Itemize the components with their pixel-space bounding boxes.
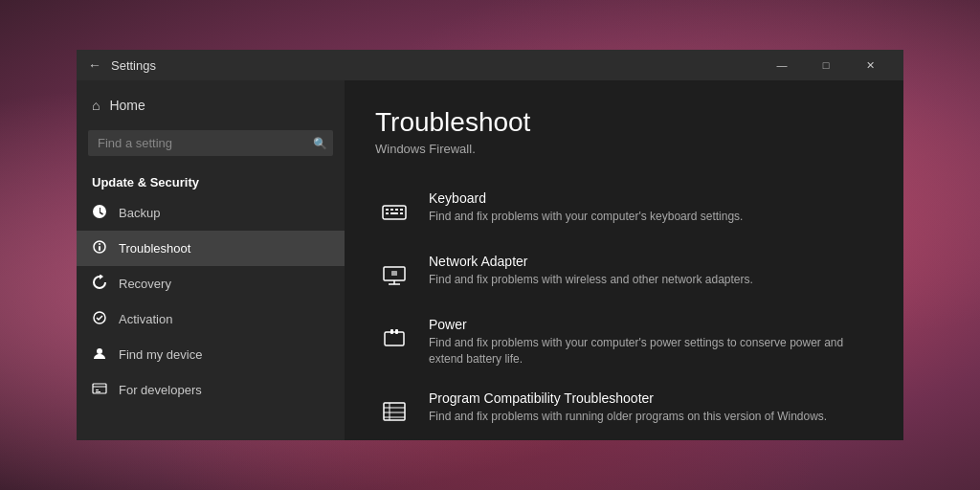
sidebar-item-find-device[interactable]: Find my device: [77, 337, 345, 372]
compatibility-content: Program Compatibility Troubleshooter Fin…: [429, 390, 827, 425]
sidebar-item-for-developers-label: For developers: [119, 383, 202, 397]
sidebar-item-backup[interactable]: Backup: [77, 195, 345, 231]
back-button[interactable]: ←: [88, 57, 101, 73]
troubleshoot-item-power[interactable]: Power Find and fix problems with your co…: [375, 305, 873, 379]
sidebar-home-label: Home: [109, 98, 145, 113]
power-content: Power Find and fix problems with your co…: [429, 317, 873, 368]
search-input[interactable]: [88, 130, 333, 156]
sidebar-item-recovery[interactable]: Recovery: [77, 266, 345, 301]
find-device-icon: [92, 345, 107, 364]
troubleshoot-item-compatibility[interactable]: Program Compatibility Troubleshooter Fin…: [375, 379, 873, 440]
network-icon: [375, 256, 413, 294]
page-title: Troubleshoot: [375, 107, 873, 138]
sidebar-item-find-device-label: Find my device: [119, 347, 202, 362]
sidebar-item-troubleshoot[interactable]: Troubleshoot: [77, 231, 345, 266]
svg-rect-7: [96, 390, 99, 390]
network-desc: Find and fix problems with wireless and …: [429, 272, 753, 288]
svg-rect-16: [400, 212, 403, 214]
svg-rect-11: [390, 209, 393, 211]
sidebar-item-recovery-label: Recovery: [119, 277, 171, 291]
activation-icon: [92, 310, 107, 328]
sidebar-item-for-developers[interactable]: For developers: [77, 372, 345, 408]
sidebar-item-home[interactable]: ⌂ Home: [77, 88, 345, 122]
network-title: Network Adapter: [429, 254, 753, 269]
home-icon: ⌂: [92, 98, 100, 113]
settings-window: ← Settings — □ ✕ ⌂ Home 🔍 Update & Secur…: [77, 50, 903, 440]
svg-rect-15: [390, 212, 398, 214]
svg-rect-22: [390, 329, 393, 334]
titlebar: ← Settings — □ ✕: [77, 50, 903, 80]
svg-rect-10: [386, 209, 389, 211]
svg-rect-8: [96, 391, 100, 392]
troubleshoot-item-network[interactable]: Network Adapter Find and fix problems wi…: [375, 242, 873, 305]
svg-point-4: [97, 348, 102, 354]
keyboard-content: Keyboard Find and fix problems with your…: [429, 190, 743, 225]
close-button[interactable]: ✕: [848, 50, 892, 80]
search-container: 🔍: [88, 130, 333, 156]
sidebar-section-title: Update & Security: [77, 164, 345, 195]
window-content: ⌂ Home 🔍 Update & Security Backup: [77, 80, 903, 440]
sidebar-item-backup-label: Backup: [119, 206, 160, 220]
compatibility-desc: Find and fix problems with running older…: [429, 409, 827, 425]
power-icon: [375, 319, 413, 357]
power-title: Power: [429, 317, 873, 332]
compatibility-title: Program Compatibility Troubleshooter: [429, 390, 827, 406]
power-desc: Find and fix problems with your computer…: [429, 335, 873, 368]
maximize-button[interactable]: □: [804, 50, 848, 80]
keyboard-icon: [375, 192, 413, 231]
compatibility-icon: [375, 392, 413, 431]
search-icon: 🔍: [313, 137, 327, 150]
troubleshoot-icon: [92, 239, 107, 257]
recovery-icon: [92, 275, 107, 293]
sidebar-item-activation[interactable]: Activation: [77, 301, 345, 337]
keyboard-title: Keyboard: [429, 190, 743, 206]
svg-rect-21: [385, 332, 404, 345]
svg-rect-20: [391, 271, 397, 276]
sidebar-item-troubleshoot-label: Troubleshoot: [119, 241, 190, 256]
troubleshoot-item-keyboard[interactable]: Keyboard Find and fix problems with your…: [375, 179, 873, 242]
window-title: Settings: [111, 58, 760, 73]
main-panel: Troubleshoot Windows Firewall.: [345, 80, 903, 440]
svg-rect-12: [395, 209, 398, 211]
svg-rect-13: [400, 209, 403, 211]
keyboard-desc: Find and fix problems with your computer…: [429, 209, 743, 225]
sidebar-item-activation-label: Activation: [119, 312, 172, 326]
minimize-button[interactable]: —: [760, 50, 804, 80]
sidebar: ⌂ Home 🔍 Update & Security Backup: [77, 80, 345, 440]
svg-rect-23: [395, 329, 398, 334]
window-controls: — □ ✕: [760, 50, 892, 80]
svg-rect-14: [386, 212, 389, 214]
svg-rect-1: [99, 246, 100, 251]
developers-icon: [92, 381, 107, 399]
page-subtitle: Windows Firewall.: [375, 142, 873, 156]
backup-icon: [92, 204, 107, 222]
network-content: Network Adapter Find and fix problems wi…: [429, 254, 753, 288]
svg-rect-2: [99, 243, 100, 245]
